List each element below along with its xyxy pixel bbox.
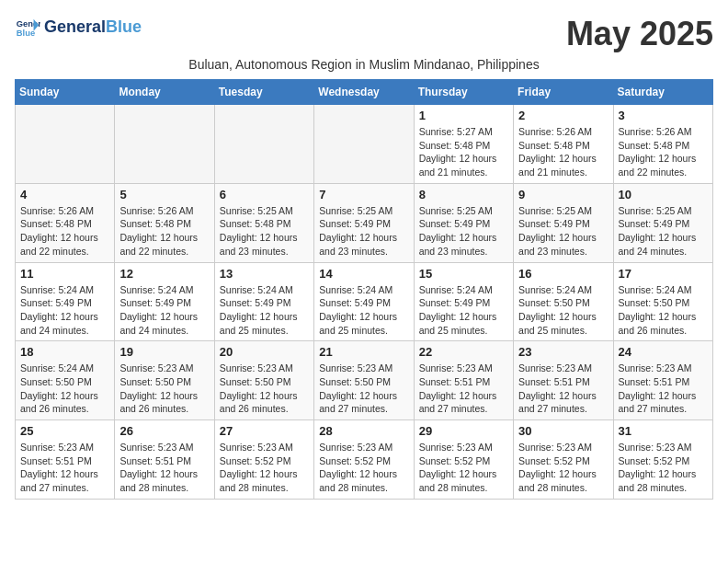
day-info: Sunrise: 5:23 AMSunset: 5:51 PMDaylight:… (119, 441, 209, 495)
day-cell-2: 2Sunrise: 5:26 AMSunset: 5:48 PMDaylight… (514, 105, 613, 184)
day-info: Sunrise: 5:23 AMSunset: 5:52 PMDaylight:… (220, 441, 309, 495)
day-info: Sunrise: 5:23 AMSunset: 5:52 PMDaylight:… (319, 441, 408, 495)
day-cell-12: 12Sunrise: 5:24 AMSunset: 5:49 PMDayligh… (115, 262, 214, 341)
day-number: 23 (518, 345, 608, 359)
day-cell-26: 26Sunrise: 5:23 AMSunset: 5:51 PMDayligh… (115, 420, 214, 500)
day-number: 22 (419, 345, 508, 359)
day-info: Sunrise: 5:25 AMSunset: 5:49 PMDaylight:… (419, 204, 508, 259)
day-cell-17: 17Sunrise: 5:24 AMSunset: 5:50 PMDayligh… (613, 262, 712, 341)
day-number: 29 (419, 424, 508, 438)
day-cell-1: 1Sunrise: 5:27 AMSunset: 5:48 PMDaylight… (414, 105, 513, 184)
day-info: Sunrise: 5:24 AMSunset: 5:49 PMDaylight:… (220, 283, 309, 338)
day-number: 17 (619, 267, 708, 281)
day-info: Sunrise: 5:24 AMSunset: 5:49 PMDaylight:… (20, 283, 109, 338)
day-info: Sunrise: 5:23 AMSunset: 5:52 PMDaylight:… (419, 441, 508, 495)
day-cell-29: 29Sunrise: 5:23 AMSunset: 5:52 PMDayligh… (414, 420, 513, 500)
day-number: 7 (319, 188, 408, 201)
day-cell-21: 21Sunrise: 5:23 AMSunset: 5:50 PMDayligh… (314, 341, 414, 420)
day-info: Sunrise: 5:26 AMSunset: 5:48 PMDaylight:… (518, 125, 608, 179)
day-number: 2 (518, 109, 608, 122)
day-info: Sunrise: 5:23 AMSunset: 5:51 PMDaylight:… (419, 362, 508, 416)
weekday-header-row: SundayMondayTuesdayWednesdayThursdayFrid… (16, 80, 713, 105)
day-number: 27 (220, 424, 309, 438)
day-cell-31: 31Sunrise: 5:23 AMSunset: 5:52 PMDayligh… (613, 420, 712, 500)
empty-cell (16, 105, 115, 184)
day-info: Sunrise: 5:26 AMSunset: 5:48 PMDaylight:… (119, 204, 209, 259)
day-number: 4 (20, 188, 109, 201)
day-number: 8 (419, 188, 508, 201)
day-cell-20: 20Sunrise: 5:23 AMSunset: 5:50 PMDayligh… (214, 341, 313, 420)
day-number: 30 (518, 424, 608, 438)
day-info: Sunrise: 5:24 AMSunset: 5:50 PMDaylight:… (518, 283, 608, 338)
day-cell-25: 25Sunrise: 5:23 AMSunset: 5:51 PMDayligh… (16, 420, 115, 500)
day-info: Sunrise: 5:25 AMSunset: 5:49 PMDaylight:… (319, 204, 408, 259)
day-cell-8: 8Sunrise: 5:25 AMSunset: 5:49 PMDaylight… (414, 183, 513, 262)
day-cell-24: 24Sunrise: 5:23 AMSunset: 5:51 PMDayligh… (613, 341, 712, 420)
day-number: 28 (319, 424, 408, 438)
day-cell-28: 28Sunrise: 5:23 AMSunset: 5:52 PMDayligh… (314, 420, 414, 500)
day-number: 9 (518, 188, 608, 201)
day-cell-3: 3Sunrise: 5:26 AMSunset: 5:48 PMDaylight… (613, 105, 712, 184)
day-info: Sunrise: 5:24 AMSunset: 5:49 PMDaylight:… (319, 283, 408, 338)
week-row-4: 18Sunrise: 5:24 AMSunset: 5:50 PMDayligh… (16, 341, 713, 420)
day-info: Sunrise: 5:23 AMSunset: 5:52 PMDaylight:… (518, 441, 608, 495)
day-info: Sunrise: 5:23 AMSunset: 5:51 PMDaylight:… (20, 441, 109, 495)
day-info: Sunrise: 5:23 AMSunset: 5:50 PMDaylight:… (119, 362, 209, 416)
day-info: Sunrise: 5:23 AMSunset: 5:51 PMDaylight:… (619, 362, 708, 416)
day-number: 14 (319, 267, 408, 281)
day-info: Sunrise: 5:25 AMSunset: 5:49 PMDaylight:… (619, 204, 708, 259)
day-number: 31 (619, 424, 708, 438)
day-cell-16: 16Sunrise: 5:24 AMSunset: 5:50 PMDayligh… (514, 262, 613, 341)
day-info: Sunrise: 5:23 AMSunset: 5:51 PMDaylight:… (518, 362, 608, 416)
weekday-header-monday: Monday (115, 80, 214, 105)
week-row-2: 4Sunrise: 5:26 AMSunset: 5:48 PMDaylight… (16, 183, 713, 262)
calendar-subtitle: Buluan, Autonomous Region in Muslim Mind… (15, 57, 713, 72)
day-info: Sunrise: 5:26 AMSunset: 5:48 PMDaylight:… (20, 204, 109, 259)
month-title: May 2025 (566, 15, 713, 53)
day-info: Sunrise: 5:23 AMSunset: 5:52 PMDaylight:… (619, 441, 708, 495)
week-row-5: 25Sunrise: 5:23 AMSunset: 5:51 PMDayligh… (16, 420, 713, 500)
day-number: 11 (20, 267, 109, 281)
day-cell-5: 5Sunrise: 5:26 AMSunset: 5:48 PMDaylight… (115, 183, 214, 262)
day-number: 21 (319, 345, 408, 359)
day-info: Sunrise: 5:27 AMSunset: 5:48 PMDaylight:… (419, 125, 508, 179)
day-cell-6: 6Sunrise: 5:25 AMSunset: 5:48 PMDaylight… (214, 183, 313, 262)
day-info: Sunrise: 5:25 AMSunset: 5:49 PMDaylight:… (518, 204, 608, 259)
day-cell-11: 11Sunrise: 5:24 AMSunset: 5:49 PMDayligh… (16, 262, 115, 341)
day-info: Sunrise: 5:25 AMSunset: 5:48 PMDaylight:… (220, 204, 309, 259)
weekday-header-sunday: Sunday (16, 80, 115, 105)
day-info: Sunrise: 5:24 AMSunset: 5:49 PMDaylight:… (119, 283, 209, 338)
weekday-header-wednesday: Wednesday (314, 80, 414, 105)
day-number: 6 (220, 188, 309, 201)
day-number: 15 (419, 267, 508, 281)
empty-cell (314, 105, 414, 184)
day-cell-7: 7Sunrise: 5:25 AMSunset: 5:49 PMDaylight… (314, 183, 414, 262)
logo: General Blue GeneralBlue (15, 15, 142, 40)
empty-cell (214, 105, 313, 184)
day-number: 16 (518, 267, 608, 281)
day-number: 13 (220, 267, 309, 281)
day-number: 20 (220, 345, 309, 359)
day-info: Sunrise: 5:24 AMSunset: 5:49 PMDaylight:… (419, 283, 508, 338)
svg-text:Blue: Blue (17, 29, 35, 38)
day-info: Sunrise: 5:23 AMSunset: 5:50 PMDaylight:… (319, 362, 408, 416)
day-number: 18 (20, 345, 109, 359)
weekday-header-friday: Friday (514, 80, 613, 105)
day-cell-27: 27Sunrise: 5:23 AMSunset: 5:52 PMDayligh… (214, 420, 313, 500)
day-number: 12 (119, 267, 209, 281)
day-cell-15: 15Sunrise: 5:24 AMSunset: 5:49 PMDayligh… (414, 262, 513, 341)
week-row-1: 1Sunrise: 5:27 AMSunset: 5:48 PMDaylight… (16, 105, 713, 184)
day-number: 24 (619, 345, 708, 359)
day-cell-23: 23Sunrise: 5:23 AMSunset: 5:51 PMDayligh… (514, 341, 613, 420)
logo-text-line1: GeneralBlue (44, 18, 142, 37)
week-row-3: 11Sunrise: 5:24 AMSunset: 5:49 PMDayligh… (16, 262, 713, 341)
day-cell-9: 9Sunrise: 5:25 AMSunset: 5:49 PMDaylight… (514, 183, 613, 262)
weekday-header-tuesday: Tuesday (214, 80, 313, 105)
day-number: 5 (119, 188, 209, 201)
day-number: 3 (619, 109, 708, 122)
weekday-header-saturday: Saturday (613, 80, 712, 105)
day-cell-30: 30Sunrise: 5:23 AMSunset: 5:52 PMDayligh… (514, 420, 613, 500)
day-number: 1 (419, 109, 508, 122)
header: General Blue GeneralBlue May 2025 (15, 15, 713, 53)
day-number: 26 (119, 424, 209, 438)
